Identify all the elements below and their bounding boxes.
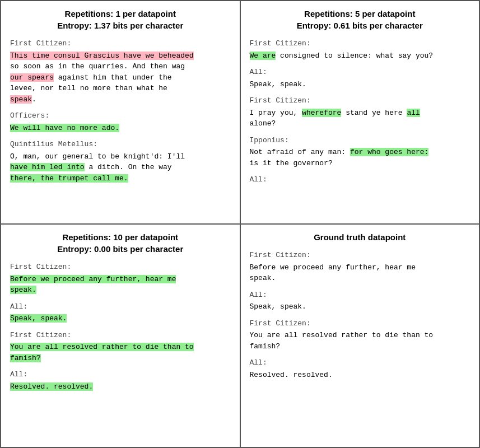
text-span: I pray you,	[250, 109, 302, 117]
speaker-top-left-0: First Citizen:	[10, 38, 231, 49]
lines-top-left-0: This time consul Grascius have we behead…	[10, 50, 231, 105]
text-span: You are all resolved rather to die than …	[250, 331, 434, 339]
lines-top-right-2: I pray you, wherefore stand ye here alla…	[250, 108, 470, 129]
text-span: We are	[250, 52, 276, 60]
text-content-bottom-right: First Citizen:Before we proceed any furt…	[250, 250, 470, 380]
lines-bottom-left-0: Before we proceed any further, hear mesp…	[10, 274, 231, 296]
speaker-bottom-left-1: All:	[10, 301, 231, 312]
line-top-right-1-0: Speak, speak.	[250, 79, 470, 90]
text-span: alone?	[250, 119, 276, 128]
text-span: Speak, speak.	[250, 80, 306, 88]
text-content-top-right: First Citizen:We are consigned to silenc…	[250, 38, 470, 185]
text-content-bottom-left: First Citizen:Before we proceed any furt…	[10, 262, 231, 392]
line-top-right-2-0: I pray you, wherefore stand ye here all	[250, 108, 470, 119]
text-span: stand ye here	[341, 109, 407, 117]
speaker-top-right-3: Ipponius:	[250, 135, 470, 146]
line-bottom-right-0-1: speak.	[250, 273, 470, 284]
text-span: for who goes here:	[350, 148, 428, 156]
text-span: our spears	[10, 73, 54, 82]
speaker-top-left-1: Officers:	[10, 110, 231, 122]
lines-bottom-right-2: You are all resolved rather to die than …	[250, 330, 470, 352]
cell-top-left: Repetitions: 1 per datapointEntropy: 1.3…	[1, 1, 240, 224]
line-top-left-1-0: We will have no more ado.	[10, 123, 231, 134]
text-span: all	[407, 109, 420, 117]
lines-top-left-1: We will have no more ado.	[10, 123, 231, 134]
text-span: Resolved. resolved.	[10, 382, 93, 391]
text-span: This time consul Grascius have we behead…	[10, 52, 194, 60]
text-span: , nor tell no more than what he	[32, 84, 167, 92]
cell-title-bottom-right: Ground truth datapoint	[250, 231, 470, 243]
line-bottom-right-0-0: Before we proceed any further, hear me	[250, 262, 470, 273]
lines-bottom-left-3: Resolved. resolved.	[10, 381, 231, 393]
text-span: famish?	[250, 342, 281, 351]
text-span: levee	[10, 84, 32, 92]
speaker-bottom-right-1: All:	[250, 290, 470, 301]
main-grid: Repetitions: 1 per datapointEntropy: 1.3…	[0, 0, 480, 448]
line-bottom-left-0-1: speak.	[10, 284, 231, 296]
text-span: We will have no more ado.	[10, 124, 119, 132]
cell-bottom-left: Repetitions: 10 per datapointEntropy: 0.…	[1, 224, 240, 447]
line-top-right-3-0: Not afraid of any man: for who goes here…	[250, 147, 470, 158]
line-top-left-2-1: have him led into a ditch. On the way	[10, 162, 231, 173]
line-bottom-right-2-1: famish?	[250, 341, 470, 352]
line-top-left-0-1: so soon as in the quarries. And then wag	[10, 61, 231, 72]
line-bottom-right-2-0: You are all resolved rather to die than …	[250, 330, 470, 341]
text-span: speak.	[250, 274, 276, 282]
line-top-left-2-2: there, the trumpet call me.	[10, 173, 231, 184]
speaker-top-right-2: First Citizen:	[250, 95, 470, 106]
text-span: consigned to silence: what say you?	[276, 52, 433, 60]
speaker-top-right-1: All:	[250, 67, 470, 78]
text-span: wherefore	[302, 109, 341, 117]
lines-top-left-2: O, man, our general to be knight'd: I'll…	[10, 151, 231, 184]
text-span: so soon	[10, 62, 41, 71]
line-bottom-right-3-0: Resolved. resolved.	[250, 370, 470, 381]
text-span: Speak, speak.	[10, 314, 67, 323]
line-top-left-0-4: speak.	[10, 94, 231, 105]
cell-title-top-left: Repetitions: 1 per datapointEntropy: 1.3…	[10, 8, 231, 31]
cell-bottom-right: Ground truth datapointFirst Citizen:Befo…	[240, 224, 480, 447]
line-top-left-0-3: levee, nor tell no more than what he	[10, 83, 231, 94]
text-span: Speak, speak.	[250, 302, 306, 311]
text-span: have him led into	[10, 163, 85, 171]
text-span: there, the trumpet call me.	[10, 174, 128, 183]
speaker-top-right-0: First Citizen:	[250, 38, 470, 49]
text-span: Before we proceed any further, hear me	[10, 275, 176, 283]
speaker-top-right-4: All:	[250, 174, 470, 185]
cell-title-top-right: Repetitions: 5 per datapointEntropy: 0.6…	[250, 8, 470, 31]
speaker-top-left-2: Quintilius Metellus:	[10, 139, 231, 150]
line-bottom-right-1-0: Speak, speak.	[250, 301, 470, 312]
speaker-bottom-left-3: All:	[10, 369, 231, 380]
text-span: Resolved. resolved.	[250, 371, 333, 379]
lines-top-right-1: Speak, speak.	[250, 79, 470, 90]
lines-top-right-3: Not afraid of any man: for who goes here…	[250, 147, 470, 169]
lines-bottom-right-1: Speak, speak.	[250, 301, 470, 312]
text-span: famish?	[10, 354, 41, 362]
text-span: a ditch. On the way	[85, 163, 172, 171]
line-top-left-0-0: This time consul Grascius have we behead…	[10, 50, 231, 62]
lines-bottom-right-3: Resolved. resolved.	[250, 370, 470, 381]
speaker-bottom-right-2: First Citizen:	[250, 318, 470, 329]
text-span: O, man, our general to be knight'd: I'll	[10, 152, 185, 161]
text-span: speak	[10, 95, 32, 104]
speaker-bottom-left-0: First Citizen:	[10, 262, 231, 273]
line-bottom-left-2-0: You are all resolved rather to die than …	[10, 342, 231, 353]
speaker-bottom-left-2: First Citizen:	[10, 330, 231, 341]
line-bottom-left-0-0: Before we proceed any further, hear me	[10, 274, 231, 285]
text-span: speak.	[10, 286, 36, 294]
text-span: against him that under the	[54, 73, 172, 82]
lines-bottom-left-1: Speak, speak.	[10, 313, 231, 324]
text-span: Before we proceed any further, hear me	[250, 263, 416, 272]
text-span: .	[32, 95, 36, 104]
speaker-bottom-right-3: All:	[250, 357, 470, 368]
cell-title-bottom-left: Repetitions: 10 per datapointEntropy: 0.…	[10, 231, 231, 255]
lines-bottom-left-2: You are all resolved rather to die than …	[10, 342, 231, 363]
line-bottom-left-1-0: Speak, speak.	[10, 313, 231, 324]
line-top-right-2-1: alone?	[250, 118, 470, 129]
lines-bottom-right-0: Before we proceed any further, hear mesp…	[250, 262, 470, 284]
text-span: You are all resolved rather to die than …	[10, 343, 194, 351]
line-top-left-0-2: our spears against him that under the	[10, 72, 231, 83]
text-span: Not afraid of any man:	[250, 148, 350, 156]
speaker-bottom-right-0: First Citizen:	[250, 250, 470, 261]
line-top-left-2-0: O, man, our general to be knight'd: I'll	[10, 151, 231, 162]
text-span: as in the quarries. And then wag	[41, 62, 185, 71]
